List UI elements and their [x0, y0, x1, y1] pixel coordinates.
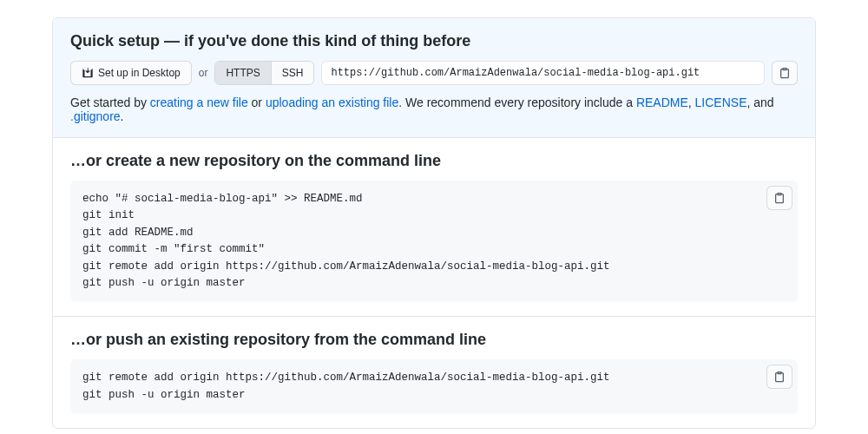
hint-text: Get started by [70, 95, 150, 109]
quick-setup-hint: Get started by creating a new file or up… [70, 95, 798, 123]
copy-url-button[interactable] [772, 61, 798, 85]
push-code-block[interactable]: git remote add origin https://github.com… [70, 359, 798, 414]
protocol-switch: HTTPS SSH [214, 61, 314, 85]
setup-desktop-button[interactable]: Set up in Desktop [70, 61, 192, 85]
quick-setup-section: Quick setup — if you've done this kind o… [53, 18, 815, 138]
gitignore-link[interactable]: .gitignore [70, 109, 121, 123]
hint-text: . We recommend every repository include … [398, 95, 636, 109]
push-code-wrap: git remote add origin https://github.com… [70, 359, 798, 414]
hint-text: , [688, 95, 695, 109]
clone-url-input[interactable] [321, 61, 765, 85]
hint-text: or [248, 95, 266, 109]
clipboard-icon [779, 67, 791, 79]
ssh-tab[interactable]: SSH [271, 62, 314, 84]
upload-file-link[interactable]: uploading an existing file [266, 95, 398, 109]
clipboard-icon [773, 192, 786, 204]
setup-desktop-label: Set up in Desktop [98, 67, 181, 79]
create-code-block[interactable]: echo "# social-media-blog-api" >> README… [70, 181, 798, 302]
license-link[interactable]: LICENSE [695, 95, 747, 109]
clipboard-icon [773, 371, 786, 383]
copy-create-code-button[interactable] [766, 186, 792, 210]
quick-setup-title: Quick setup — if you've done this kind o… [70, 32, 798, 50]
push-repo-section: …or push an existing repository from the… [53, 317, 815, 428]
repo-setup-panel: Quick setup — if you've done this kind o… [52, 17, 816, 429]
create-repo-title: …or create a new repository on the comma… [70, 152, 798, 170]
hint-text: . [121, 109, 124, 123]
create-code-wrap: echo "# social-media-blog-api" >> README… [70, 181, 798, 302]
hint-text: , and [747, 95, 774, 109]
copy-push-code-button[interactable] [766, 365, 792, 389]
readme-link[interactable]: README [636, 95, 688, 109]
desktop-download-icon [82, 67, 94, 79]
quick-setup-row: Set up in Desktop or HTTPS SSH [70, 61, 798, 85]
or-label: or [199, 67, 208, 79]
create-file-link[interactable]: creating a new file [150, 95, 248, 109]
https-tab[interactable]: HTTPS [215, 62, 270, 84]
push-repo-title: …or push an existing repository from the… [70, 331, 798, 349]
create-repo-section: …or create a new repository on the comma… [53, 138, 815, 317]
